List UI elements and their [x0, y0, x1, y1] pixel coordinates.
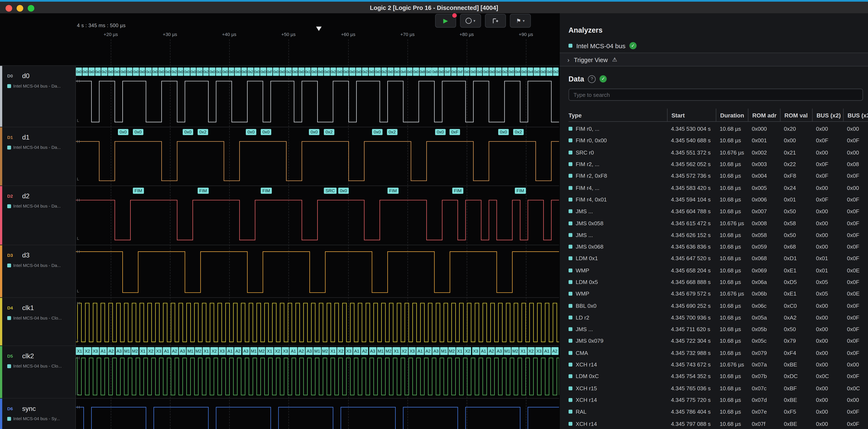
bus-annotation[interactable]: 0x1 [305, 68, 311, 76]
column-header-bus-x2-[interactable]: BUS (x2) [812, 109, 843, 121]
cycle-state-annotation[interactable]: M1 [187, 347, 194, 355]
cycle-state-annotation[interactable]: X1 [203, 347, 210, 355]
bus-annotation[interactable]: 0x0 [235, 68, 241, 76]
cycle-state-annotation[interactable]: M2 [131, 347, 139, 355]
cycle-state-annotation[interactable]: M2 [321, 347, 329, 355]
trigger-view-expander[interactable]: › Trigger View ⚠ [560, 53, 868, 66]
waveform-d4[interactable] [76, 302, 559, 343]
cycle-state-annotation[interactable]: A2 [424, 347, 432, 355]
cycle-state-annotation[interactable]: A3 [306, 347, 313, 355]
bus-annotation[interactable]: 0x2 [203, 68, 209, 76]
channel-header-d4[interactable]: D4clk1Intel MCS-04 bus - Clo... [0, 298, 76, 345]
cycle-state-annotation[interactable]: X1 [266, 347, 273, 355]
cycle-state-annotation[interactable]: M2 [258, 347, 266, 355]
bus-annotation[interactable]: 0xF [457, 68, 463, 76]
bus-annotation[interactable]: 0x0 [241, 68, 247, 76]
bus-annotation[interactable]: 0x0 [413, 68, 419, 76]
cycle-state-annotation[interactable]: A3 [115, 347, 123, 355]
bus-annotation[interactable]: 0x0 [89, 68, 94, 76]
bus-annotation[interactable]: 0x0 [451, 68, 457, 76]
bus-annotation[interactable]: 0x0 [438, 68, 444, 76]
bus-annotation[interactable]: 0x0 [108, 68, 114, 76]
waveform-region-d3[interactable]: HL [76, 245, 559, 297]
cycle-state-annotation[interactable]: X1 [520, 347, 527, 355]
bus-annotation[interactable]: 0x0 [394, 68, 400, 76]
bus-annotation[interactable]: 0xF [450, 129, 460, 135]
bus-annotation[interactable]: 0x0 [309, 129, 319, 135]
cycle-state-annotation[interactable]: A2 [298, 347, 305, 355]
column-header-duration[interactable]: Duration [716, 109, 748, 121]
cycle-state-annotation[interactable]: A2 [488, 347, 495, 355]
bus-annotation[interactable]: 0x0 [476, 68, 483, 76]
bus-annotation[interactable]: 0x0 [311, 68, 317, 76]
waveform-region-d1[interactable]: 0x00x00x00x20x00x00x00x20x00x20x00xF0x00… [76, 127, 559, 185]
cycle-state-annotation[interactable]: X2 [211, 347, 218, 355]
bus-annotation[interactable]: 0x0 [165, 68, 171, 76]
cycle-state-annotation[interactable]: X2 [527, 347, 535, 355]
bus-annotation[interactable]: 0x0 [133, 129, 143, 135]
bus-annotation[interactable]: 0x0 [337, 68, 342, 76]
cycle-state-annotation[interactable]: X3 [408, 347, 416, 355]
cycle-state-annotation[interactable]: M2 [512, 347, 519, 355]
waveform-d0[interactable] [76, 80, 559, 123]
bus-annotation[interactable]: 0x0 [158, 68, 164, 76]
table-row[interactable]: WMP4.345 679 572 s10.676 µs0x06b0xE10x05… [568, 288, 868, 300]
cycle-state-annotation[interactable]: M2 [448, 347, 456, 355]
table-row[interactable]: FIM r0, ...4.345 530 004 s10.68 µs0x0000… [568, 123, 868, 135]
cycle-state-annotation[interactable]: M1 [377, 347, 384, 355]
cycle-state-annotation[interactable]: X1 [456, 347, 463, 355]
search-input[interactable] [568, 89, 863, 101]
column-header-bus-x3-[interactable]: BUS (x3) [843, 109, 868, 121]
bus-annotation[interactable]: 0x2 [362, 68, 368, 76]
bus-annotation[interactable]: 0x0 [118, 129, 128, 135]
bus-annotation[interactable]: 0x0 [534, 68, 540, 76]
bus-annotation[interactable]: 0x4 [400, 68, 406, 76]
cycle-state-annotation[interactable]: X1 [139, 347, 147, 355]
bus-annotation[interactable]: 0x0 [388, 68, 393, 76]
bus-annotation[interactable]: 0x0 [114, 68, 120, 76]
bus-annotation[interactable]: 0x0 [292, 68, 298, 76]
column-header-rom-adr[interactable]: ROM adr [748, 109, 780, 121]
bus-annotation[interactable]: 0x0 [140, 68, 145, 76]
bus-annotation[interactable]: 0x0 [152, 68, 158, 76]
bus-annotation[interactable]: 0x2 [513, 129, 524, 135]
bus-annotation[interactable]: 0x0 [76, 68, 82, 76]
table-row[interactable]: LDM 0x54.345 668 888 s10.68 µs0x06a0xD50… [568, 276, 868, 288]
cycle-state-annotation[interactable]: X3 [535, 347, 542, 355]
cycle-state-annotation[interactable]: X2 [337, 347, 345, 355]
cycle-state-annotation[interactable]: M2 [385, 347, 392, 355]
bus-annotation[interactable]: 0x0 [228, 68, 235, 76]
table-row[interactable]: LDM 0xC4.345 754 352 s10.68 µs0x07b0xDC0… [568, 370, 868, 382]
bus-annotation[interactable]: 0x0 [95, 68, 101, 76]
cycle-state-annotation[interactable]: X3 [472, 347, 479, 355]
bus-annotation[interactable]: 0x0 [498, 129, 509, 135]
waveform-region-d4[interactable]: HL [76, 298, 559, 345]
bus-annotation[interactable]: 0x0 [349, 68, 355, 76]
bus-annotation[interactable]: 0x0 [547, 68, 553, 76]
play-button[interactable]: ▶ [435, 14, 456, 28]
cycle-state-annotation[interactable]: M1 [504, 347, 511, 355]
bus-annotation[interactable]: 0x0 [470, 68, 476, 76]
bus-annotation[interactable]: 0x0 [372, 129, 382, 135]
capture-settings-button[interactable]: ▾ [460, 14, 481, 28]
bus-annotation[interactable]: 0x0 [483, 68, 489, 76]
bus-annotation[interactable]: FIM [515, 188, 526, 194]
cycle-state-annotation[interactable]: A1 [543, 347, 551, 355]
bus-annotation[interactable]: 0x0 [133, 68, 139, 76]
cycle-state-annotation[interactable]: X2 [147, 347, 154, 355]
table-row[interactable]: FIM r2, ...4.345 562 052 s10.68 µs0x0030… [568, 158, 868, 170]
bus-annotation[interactable]: 0x0 [356, 68, 362, 76]
bus-annotation[interactable]: 0x8 [432, 68, 438, 76]
bus-annotation[interactable]: 0x0 [368, 68, 374, 76]
bus-annotation[interactable]: 0x0 [508, 68, 514, 76]
table-row[interactable]: XCH r144.345 797 088 s10.68 µs0x07f0xBE0… [568, 418, 868, 429]
waveform-region-d6[interactable]: HL [76, 399, 559, 429]
bus-annotation[interactable]: 0x0 [127, 68, 133, 76]
cycle-state-annotation[interactable]: X1 [393, 347, 400, 355]
table-row[interactable]: CMA4.345 732 988 s10.68 µs0x0790xF40x000… [568, 347, 868, 359]
table-row[interactable]: RAL4.345 786 404 s10.68 µs0x07e0xF50x000… [568, 406, 868, 418]
measurements-button[interactable] [485, 14, 506, 28]
cycle-state-annotation[interactable]: A1 [353, 347, 361, 355]
table-row[interactable]: BBL 0x04.345 690 252 s10.68 µs0x06c0xC00… [568, 300, 868, 311]
bus-annotation[interactable]: 0xF [267, 68, 273, 76]
